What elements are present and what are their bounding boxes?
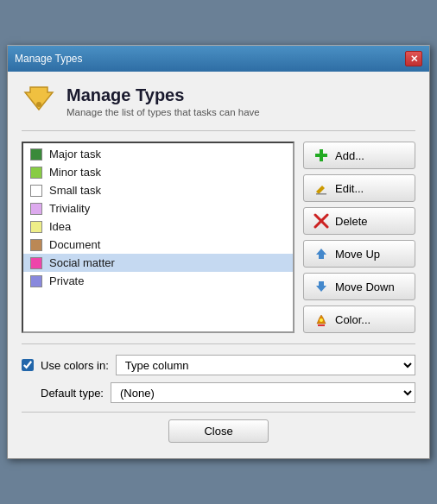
svg-point-0 (36, 102, 41, 107)
add-icon (313, 147, 330, 164)
window-close-button[interactable]: ✕ (405, 51, 422, 66)
item-label: Private (49, 274, 84, 287)
use-colors-checkbox[interactable] (22, 359, 34, 371)
dialog-title: Manage Types (66, 85, 260, 105)
header-section: Manage Types Manage the list of types th… (22, 84, 415, 118)
delete-icon (313, 212, 330, 230)
move-down-button[interactable]: Move Down (303, 273, 415, 300)
options-section: Use colors in: Type columnAll columnsNon… (22, 343, 415, 403)
item-color-box (30, 148, 42, 161)
use-colors-select[interactable]: Type columnAll columnsNone (116, 355, 415, 375)
list-item[interactable]: Idea (23, 217, 293, 236)
edit-icon (313, 180, 330, 197)
item-color-box (30, 275, 42, 287)
header-text: Manage Types Manage the list of types th… (66, 85, 260, 117)
item-label: Minor task (49, 166, 101, 179)
list-item[interactable]: Small task (23, 181, 293, 199)
color-button-label: Color... (335, 313, 370, 326)
types-listbox[interactable]: Major taskMinor taskSmall taskTriviality… (22, 142, 294, 333)
move-down-button-label: Move Down (335, 280, 395, 293)
move-up-button-label: Move Up (335, 248, 380, 261)
item-label: Triviality (49, 202, 90, 215)
item-color-box (30, 185, 42, 197)
use-colors-label: Use colors in: (41, 359, 109, 372)
list-item[interactable]: Major task (23, 145, 293, 163)
default-type-select[interactable]: (None)Major taskMinor taskSmall taskTriv… (111, 382, 415, 403)
svg-point-9 (320, 318, 323, 322)
svg-marker-7 (316, 281, 326, 292)
add-button[interactable]: Add... (303, 142, 415, 169)
dialog-subtitle: Manage the list of types that tasks can … (66, 107, 260, 117)
window-title: Manage Types (15, 53, 83, 65)
item-label: Major task (49, 148, 101, 161)
buttons-panel: Add... Edit... Delete (303, 142, 415, 333)
list-item[interactable]: Triviality (23, 199, 293, 217)
dialog-body: Manage Types Manage the list of types th… (8, 72, 429, 458)
delete-button-label: Delete (335, 215, 368, 228)
item-label: Small task (49, 184, 101, 197)
move-down-icon (313, 278, 330, 295)
item-color-box (30, 257, 42, 269)
move-up-icon (313, 245, 330, 262)
color-button[interactable]: Color... (303, 306, 415, 333)
list-item[interactable]: Minor task (23, 163, 293, 181)
manage-types-dialog: Manage Types ✕ Manage Types Manage the l… (7, 45, 430, 459)
use-colors-row: Use colors in: Type columnAll columnsNon… (22, 355, 415, 375)
delete-button[interactable]: Delete (303, 207, 415, 235)
item-label: Document (49, 238, 100, 251)
close-button[interactable]: Close (168, 419, 268, 443)
svg-rect-8 (318, 324, 325, 326)
svg-rect-2 (315, 154, 327, 157)
main-area: Major taskMinor taskSmall taskTriviality… (22, 142, 415, 333)
edit-button-label: Edit... (335, 182, 364, 195)
item-color-box (30, 203, 42, 215)
default-type-row: Default type: (None)Major taskMinor task… (22, 382, 415, 403)
footer: Close (22, 412, 415, 446)
item-label: Idea (49, 220, 71, 233)
item-color-box (30, 239, 42, 251)
default-type-label: Default type: (22, 387, 104, 400)
add-button-label: Add... (335, 149, 364, 162)
title-bar: Manage Types ✕ (8, 46, 429, 72)
list-item[interactable]: Document (23, 236, 293, 254)
color-icon (313, 311, 330, 328)
item-label: Social matter (49, 256, 115, 269)
list-item[interactable]: Private (23, 272, 293, 290)
svg-marker-6 (316, 249, 326, 259)
item-color-box (30, 221, 42, 233)
item-color-box (30, 167, 42, 179)
move-up-button[interactable]: Move Up (303, 240, 415, 268)
header-icon (22, 84, 56, 118)
header-divider (22, 130, 415, 131)
svg-rect-3 (316, 193, 326, 195)
list-item[interactable]: Social matter (23, 254, 293, 272)
edit-button[interactable]: Edit... (303, 174, 415, 202)
